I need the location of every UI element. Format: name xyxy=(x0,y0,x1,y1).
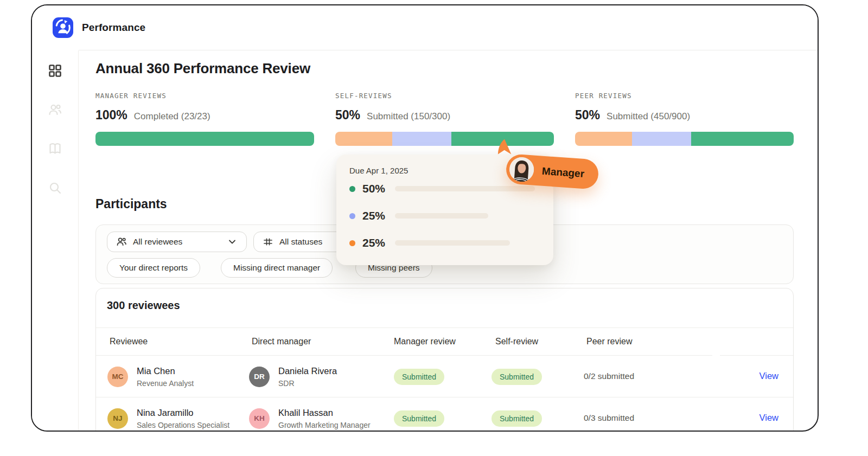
peer-review-progress: 0/3 submitted xyxy=(584,413,634,423)
sidebar-item-library-book-icon[interactable] xyxy=(48,142,62,156)
direct-manager-cell: DR Daniela Rivera SDR xyxy=(249,356,337,397)
column-header-direct-manager: Direct manager xyxy=(252,337,311,346)
progress-segment-in-progress xyxy=(632,132,691,146)
filter-chip-missing-direct-manager[interactable]: Missing direct manager xyxy=(221,258,333,278)
reviewee-name: Mia Chen xyxy=(137,366,194,376)
stat-caption: Submitted (150/300) xyxy=(367,111,450,122)
view-link[interactable]: View xyxy=(760,413,778,423)
sidebar-item-people-icon[interactable] xyxy=(48,102,62,117)
all-reviewees-dropdown[interactable]: All reviewees xyxy=(107,232,247,252)
reviewee-cell: MC Mia Chen Revenue Analyst xyxy=(107,356,194,397)
sidebar-item-search-icon[interactable] xyxy=(48,181,62,195)
progress-segment-not-started xyxy=(575,132,632,146)
reviewee-name: Nina Jaramillo xyxy=(137,408,229,418)
legend-dot-orange xyxy=(349,240,355,246)
legend-dot-blue xyxy=(349,213,355,219)
manager-name: Daniela Rivera xyxy=(278,366,337,376)
column-header-manager-review: Manager review xyxy=(394,337,456,346)
stat-value: 50% xyxy=(335,108,360,123)
legend-dot-green xyxy=(349,186,355,192)
filter-chip-your-direct-reports[interactable]: Your direct reports xyxy=(107,258,200,278)
manager-job-title: SDR xyxy=(278,379,337,388)
manager-review-status-badge: Submitted xyxy=(394,369,444,385)
view-link[interactable]: View xyxy=(760,371,778,381)
stat-manager-reviews: MANAGER REVIEWS 100% Completed (23/23) xyxy=(95,92,314,146)
page-title: Annual 360 Performance Review xyxy=(95,60,310,77)
direct-manager-cell: KH Khalil Hassan Growth Marketing Manage… xyxy=(249,397,371,432)
progress-segment-submitted xyxy=(691,132,794,146)
reviewees-count: 300 reviewees xyxy=(107,299,180,312)
reviewee-job-title: Revenue Analyst xyxy=(137,379,194,388)
main-content: Annual 360 Performance Review MANAGER RE… xyxy=(79,50,818,431)
self-review-status-badge: Submitted xyxy=(492,369,542,385)
stat-peer-reviews: PEER REVIEWS 50% Submitted (450/900) xyxy=(575,92,794,146)
table-row[interactable]: MC Mia Chen Revenue Analyst DR Daniela R… xyxy=(96,356,793,397)
tooltip-row-not-started: 25% xyxy=(349,229,540,256)
sidebar-nav xyxy=(32,50,79,431)
column-header-peer-review: Peer review xyxy=(586,337,632,346)
stat-caption: Completed (23/23) xyxy=(134,111,210,122)
avatar: MC xyxy=(107,367,128,387)
manager-badge-label: Manager xyxy=(541,165,584,179)
manager-badge-pill: Manager xyxy=(505,153,599,190)
app-window: Performance xyxy=(31,4,819,432)
tooltip-percentage: 25% xyxy=(362,236,395,249)
stat-value: 100% xyxy=(95,108,127,123)
stat-self-reviews: SELF-REVIEWS 50% Submitted (150/300) xyxy=(335,92,554,146)
stat-label: SELF-REVIEWS xyxy=(335,92,554,100)
progress-segment xyxy=(95,132,314,146)
participants-heading: Participants xyxy=(95,197,167,211)
progress-segment-in-progress xyxy=(392,132,451,146)
sidebar-item-dashboard-grid-icon[interactable] xyxy=(48,63,62,78)
manager-name: Khalil Hassan xyxy=(278,408,371,418)
tooltip-placeholder-bar xyxy=(395,186,535,191)
stat-value: 50% xyxy=(575,108,600,123)
column-header-self-review: Self-review xyxy=(495,337,538,346)
app-title: Performance xyxy=(82,22,145,34)
stat-caption: Submitted (450/900) xyxy=(607,111,690,122)
table-header-row: Reviewee Direct manager Manager review S… xyxy=(96,327,793,356)
manager-job-title: Growth Marketing Manager xyxy=(278,421,371,429)
people-icon xyxy=(116,236,127,247)
filter-sliders-icon xyxy=(263,236,273,247)
progress-segment-not-started xyxy=(335,132,392,146)
peer-review-progress: 0/2 submitted xyxy=(584,371,634,381)
tooltip-placeholder-bar xyxy=(395,240,510,246)
cursor-pointer-icon xyxy=(495,138,518,163)
table-row[interactable]: NJ Nina Jaramillo Sales Operations Speci… xyxy=(96,397,793,432)
reviewee-job-title: Sales Operations Specialist xyxy=(137,421,229,429)
avatar: NJ xyxy=(107,408,128,429)
top-bar: Performance xyxy=(32,5,818,50)
manager-reviews-progress-bar[interactable] xyxy=(95,132,314,146)
sticky-column-divider-gap xyxy=(712,354,720,357)
reviewees-table-card: 300 reviewees Reviewee Direct manager Ma… xyxy=(95,288,794,432)
peer-reviews-progress-bar[interactable] xyxy=(575,132,794,146)
tooltip-percentage: 25% xyxy=(362,209,395,222)
self-reviews-progress-bar[interactable] xyxy=(335,132,554,146)
tooltip-percentage: 50% xyxy=(362,182,395,195)
dropdown-label: All reviewees xyxy=(133,237,221,247)
chevron-down-icon xyxy=(227,236,238,247)
app-logo-360-icon xyxy=(53,17,73,38)
stat-label: PEER REVIEWS xyxy=(575,92,794,100)
avatar: DR xyxy=(249,367,270,387)
tooltip-placeholder-bar xyxy=(395,213,488,219)
tooltip-row-in-progress: 25% xyxy=(349,202,540,229)
manager-cursor-badge: Manager xyxy=(505,153,599,190)
stat-label: MANAGER REVIEWS xyxy=(95,92,314,100)
avatar: KH xyxy=(249,408,270,429)
column-header-reviewee: Reviewee xyxy=(110,337,148,346)
self-review-status-badge: Submitted xyxy=(492,410,542,427)
manager-review-status-badge: Submitted xyxy=(394,410,444,427)
reviewee-cell: NJ Nina Jaramillo Sales Operations Speci… xyxy=(107,397,229,432)
